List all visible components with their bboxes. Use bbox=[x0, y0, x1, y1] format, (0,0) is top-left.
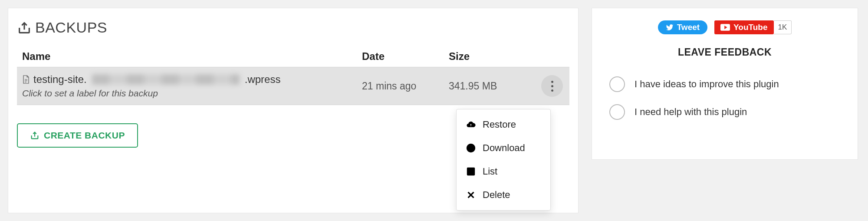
backups-panel: BACKUPS Name Date Size bbox=[8, 8, 579, 213]
export-icon bbox=[30, 131, 39, 140]
menu-delete[interactable]: Delete bbox=[457, 183, 550, 207]
backup-date: 21 mins ago bbox=[357, 67, 444, 105]
kebab-icon bbox=[551, 81, 553, 92]
menu-restore[interactable]: Restore bbox=[457, 113, 550, 136]
close-icon bbox=[466, 190, 476, 200]
feedback-panel: Tweet YouTube 1K LEAVE FEEDBACK I have i… bbox=[592, 8, 858, 160]
download-icon bbox=[466, 143, 476, 153]
export-icon bbox=[17, 20, 32, 35]
feedback-option-help[interactable]: I need help with this plugin bbox=[606, 98, 844, 126]
create-backup-button[interactable]: CREATE BACKUP bbox=[17, 123, 138, 148]
feedback-option-label: I need help with this plugin bbox=[635, 106, 747, 118]
social-buttons: Tweet YouTube 1K bbox=[606, 20, 844, 34]
cloud-upload-icon bbox=[466, 120, 476, 129]
row-actions-button[interactable] bbox=[541, 75, 563, 97]
backup-size: 341.95 MB bbox=[444, 67, 535, 105]
menu-list[interactable]: List bbox=[457, 160, 550, 183]
feedback-heading: LEAVE FEEDBACK bbox=[606, 46, 844, 58]
backups-table: Name Date Size testing-site. bbox=[17, 47, 569, 105]
col-size-header: Size bbox=[444, 47, 535, 67]
radio-icon bbox=[609, 76, 625, 92]
feedback-option-label: I have ideas to improve this plugin bbox=[635, 79, 779, 90]
col-date-header: Date bbox=[357, 47, 444, 67]
backup-filename[interactable]: testing-site. .wpress bbox=[22, 73, 352, 86]
tweet-button[interactable]: Tweet bbox=[658, 20, 707, 34]
table-row: testing-site. .wpress Click to set a lab… bbox=[17, 67, 569, 105]
youtube-icon bbox=[720, 24, 730, 31]
menu-download[interactable]: Download bbox=[457, 136, 550, 160]
twitter-icon bbox=[666, 23, 674, 31]
row-actions-menu: Restore Download List Delete bbox=[456, 109, 551, 211]
youtube-button[interactable]: YouTube bbox=[714, 20, 773, 34]
panel-title: BACKUPS bbox=[17, 19, 569, 36]
backup-label-hint[interactable]: Click to set a label for this backup bbox=[22, 88, 352, 99]
redacted-segment bbox=[92, 74, 240, 85]
radio-icon bbox=[609, 104, 625, 120]
col-name-header: Name bbox=[17, 47, 357, 67]
youtube-count: 1K bbox=[774, 20, 792, 34]
feedback-option-ideas[interactable]: I have ideas to improve this plugin bbox=[606, 70, 844, 98]
list-icon bbox=[466, 167, 476, 176]
file-icon bbox=[22, 75, 30, 84]
